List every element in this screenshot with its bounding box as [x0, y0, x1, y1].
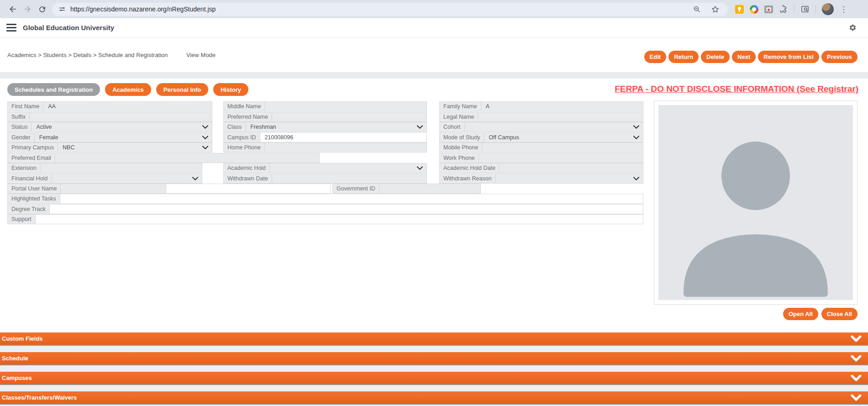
degree-track-label: Degree Track: [8, 205, 50, 214]
mode-of-study-field[interactable]: Mode of StudyOff Campus: [439, 132, 643, 142]
preferred-email-field: Preferred Email: [7, 153, 320, 163]
url-text[interactable]: https://gnecsisdemo.nazarene.org/nRegStu…: [70, 5, 693, 13]
extension-value[interactable]: [41, 163, 202, 173]
primary-campus-field[interactable]: Primary CampusNBC: [7, 142, 212, 153]
preferred-name-field: Preferred Name: [223, 112, 427, 122]
family-name-value[interactable]: A: [481, 102, 643, 111]
middle-name-value[interactable]: [265, 102, 426, 111]
portal-user-name-label: Portal User Name: [8, 184, 61, 193]
highlighted-tasks-value[interactable]: [60, 194, 643, 203]
page-toolbar: Academics > Students > Details > Schedul…: [0, 37, 868, 72]
delete-button[interactable]: Delete: [701, 51, 730, 63]
academic-hold-label: Academic Hold: [224, 163, 270, 173]
government-id-value[interactable]: [379, 184, 480, 193]
remove-from-list-button[interactable]: Remove from List: [758, 51, 819, 63]
gear-icon[interactable]: [848, 23, 857, 32]
work-phone-value[interactable]: [479, 153, 643, 163]
class-value[interactable]: Freshman: [246, 122, 417, 132]
financial-hold-field[interactable]: Financial Hold: [7, 174, 202, 184]
address-bar[interactable]: https://gnecsisdemo.nazarene.org/nRegStu…: [52, 3, 728, 16]
mode-of-study-value[interactable]: Off Campus: [484, 133, 633, 142]
divider-band: [0, 72, 868, 79]
tab-row: Schedules and RegistrationAcademicsPerso…: [7, 83, 248, 96]
profile-avatar[interactable]: [822, 3, 834, 15]
preferred-name-label: Preferred Name: [224, 112, 272, 121]
highlighted-tasks-field: Highlighted Tasks: [7, 194, 643, 204]
previous-button[interactable]: Previous: [821, 51, 857, 63]
gender-field[interactable]: GenderFemale: [7, 132, 212, 142]
legal-name-field: Legal Name: [439, 112, 643, 122]
toolbar-separator: [794, 5, 794, 13]
class-field[interactable]: ClassFreshman: [223, 122, 427, 132]
primary-campus-value[interactable]: NBC: [58, 143, 202, 152]
campus-id-field: Campus ID210008096: [223, 132, 427, 142]
section-label: Custom Fields: [0, 335, 43, 342]
section-custom-fields[interactable]: Custom Fields: [0, 332, 868, 346]
preferred-email-value[interactable]: [55, 153, 319, 163]
hamburger-menu-icon[interactable]: [6, 24, 16, 32]
bookmark-star-icon[interactable]: [711, 5, 720, 14]
cohort-value[interactable]: [465, 122, 633, 132]
extension-yellow-icon[interactable]: [735, 5, 744, 14]
action-button-row: EditReturnDeleteNextRemove from ListPrev…: [644, 51, 857, 63]
reload-icon[interactable]: [35, 2, 49, 16]
menu-dots-icon[interactable]: ⋮: [840, 5, 847, 13]
status-field[interactable]: StatusActive: [7, 122, 212, 132]
forward-icon[interactable]: [20, 2, 35, 16]
government-id-label: Government ID: [333, 184, 379, 193]
withdrawn-reason-field[interactable]: Withdrawn Reason: [439, 174, 643, 184]
zoom-icon[interactable]: [693, 5, 701, 13]
gender-label: Gender: [8, 133, 35, 142]
campus-id-label: Campus ID: [224, 133, 260, 142]
legal-name-value[interactable]: [478, 112, 643, 121]
section-label: Schedule: [0, 355, 28, 362]
close-all-button[interactable]: Close All: [821, 308, 857, 320]
status-label: Status: [8, 122, 32, 132]
return-button[interactable]: Return: [668, 51, 699, 63]
status-value[interactable]: Active: [32, 122, 202, 132]
cohort-field[interactable]: Cohort: [439, 122, 643, 132]
section-classes-transfers-waivers[interactable]: Classes/Transfers/Waivers: [0, 391, 868, 405]
academic-hold-date-value[interactable]: [500, 163, 643, 173]
section-campuses[interactable]: Campuses: [0, 372, 868, 385]
tab-academics[interactable]: Academics: [105, 83, 151, 96]
extension-google-icon[interactable]: [750, 5, 758, 14]
accordion-controls: Open All Close All: [783, 308, 857, 320]
financial-hold-value[interactable]: [52, 174, 192, 183]
government-id-field: Government ID: [332, 184, 481, 194]
first-name-field: First NameAA: [7, 101, 212, 111]
home-phone-label: Home Phone: [224, 143, 265, 152]
home-phone-value[interactable]: [265, 143, 426, 152]
back-icon[interactable]: [5, 2, 20, 16]
withdrawn-date-value[interactable]: [272, 174, 426, 183]
portal-user-name-value[interactable]: [61, 184, 166, 193]
next-button[interactable]: Next: [732, 51, 756, 63]
withdrawn-reason-value[interactable]: [496, 174, 633, 183]
campus-id-value[interactable]: 210008096: [260, 133, 426, 142]
portal-user-name-input-extension[interactable]: [166, 184, 330, 193]
side-search-icon[interactable]: [800, 5, 810, 14]
gender-value[interactable]: Female: [35, 133, 202, 142]
breadcrumb[interactable]: Academics > Students > Details > Schedul…: [7, 52, 168, 58]
support-value[interactable]: [36, 215, 643, 224]
extension-gray-icon[interactable]: [764, 5, 773, 13]
view-mode-label: View Mode: [186, 52, 216, 58]
academic-hold-field[interactable]: Academic Hold: [223, 163, 427, 173]
first-name-value[interactable]: AA: [43, 102, 212, 111]
site-info-icon[interactable]: [58, 5, 66, 13]
mobile-phone-value[interactable]: [482, 143, 643, 152]
extensions-puzzle-icon[interactable]: [779, 5, 788, 14]
tab-personal-info[interactable]: Personal Info: [156, 83, 208, 96]
suffix-value[interactable]: [30, 112, 212, 121]
suffix-label: Suffix: [8, 112, 30, 121]
chevron-down-icon: [633, 174, 643, 183]
tab-schedules-and-registration[interactable]: Schedules and Registration: [7, 83, 100, 96]
edit-button[interactable]: Edit: [644, 51, 667, 63]
academic-hold-value[interactable]: [270, 163, 417, 173]
preferred-name-value[interactable]: [272, 112, 426, 121]
tab-history[interactable]: History: [213, 83, 248, 96]
open-all-button[interactable]: Open All: [783, 308, 818, 320]
chevron-down-icon: [851, 375, 862, 381]
degree-track-value[interactable]: [50, 205, 643, 214]
section-schedule[interactable]: Schedule: [0, 352, 868, 365]
